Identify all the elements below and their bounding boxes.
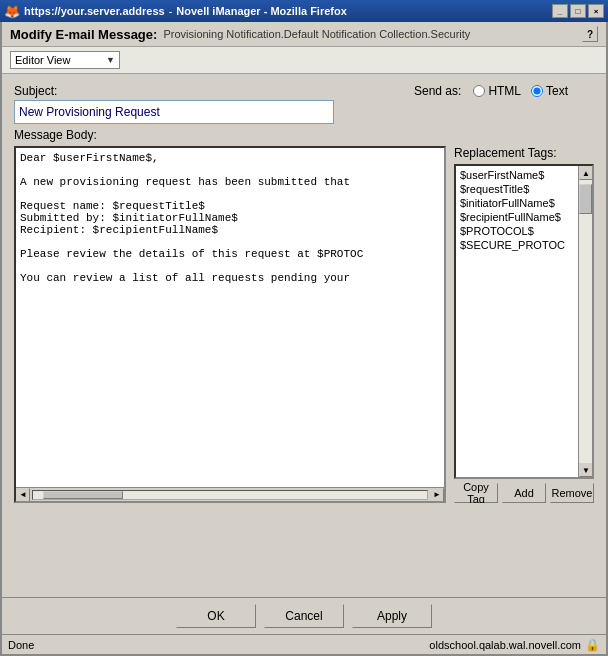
main-content: Modify E-mail Message: Provisioning Noti… [2, 22, 606, 654]
top-section: Subject: Send as: HTML [14, 84, 594, 124]
title-bar: 🦊 https://your.server.address - Novell i… [0, 0, 608, 22]
maximize-button[interactable]: □ [570, 4, 586, 18]
add-button[interactable]: Add [502, 483, 546, 503]
scroll-left-arrow[interactable]: ◄ [16, 488, 30, 502]
html-radio[interactable] [473, 85, 485, 97]
cancel-button[interactable]: Cancel [264, 604, 344, 628]
scroll-right-arrow[interactable]: ► [430, 488, 444, 502]
tags-list-inner: $userFirstName$$requestTitle$$initiatorF… [456, 166, 592, 477]
tag-list-item[interactable]: $PROTOCOL$ [458, 224, 590, 238]
replacement-tags-label: Replacement Tags: [454, 146, 594, 160]
message-body-wrapper: Dear $userFirstName$, A new provisioning… [14, 146, 446, 503]
send-as-label: Send as: [414, 84, 461, 98]
tags-scroll-down[interactable]: ▼ [579, 463, 593, 477]
title-separator: - [169, 5, 173, 17]
header-info: Modify E-mail Message: Provisioning Noti… [10, 27, 470, 42]
tag-list-item[interactable]: $requestTitle$ [458, 182, 590, 196]
message-body-textarea[interactable]: Dear $userFirstName$, A new provisioning… [16, 148, 444, 487]
subject-section: Subject: [14, 84, 406, 124]
horizontal-scrollbar[interactable]: ◄ ► [16, 487, 444, 501]
remove-button[interactable]: Remove [550, 483, 594, 503]
subject-input[interactable] [14, 100, 334, 124]
toolbar-area: Editor View ▼ [2, 47, 606, 74]
tag-list-item[interactable]: $SECURE_PROTOC [458, 238, 590, 252]
status-url: oldschool.qalab.wal.novell.com [429, 639, 581, 651]
help-button[interactable]: ? [582, 26, 598, 42]
tag-list-item[interactable]: $initiatorFullName$ [458, 196, 590, 210]
subject-label: Subject: [14, 84, 406, 98]
firefox-icon: 🦊 [4, 4, 20, 19]
send-as-section: Send as: HTML Text [414, 84, 594, 98]
copy-tag-button[interactable]: Copy Tag [454, 483, 498, 503]
html-radio-item: HTML [473, 84, 521, 98]
title-bar-text: https://your.server.address [24, 5, 165, 17]
tag-list-item[interactable]: $userFirstName$ [458, 168, 590, 182]
header-strip: Modify E-mail Message: Provisioning Noti… [2, 22, 606, 47]
text-label: Text [546, 84, 568, 98]
empty-area [14, 507, 594, 587]
tags-scrollbar: ▲ ▼ [578, 166, 592, 477]
window-content: Modify E-mail Message: Provisioning Noti… [0, 22, 608, 656]
title-bar-app: Novell iManager - Mozilla Firefox [176, 5, 347, 17]
minimize-button[interactable]: _ [552, 4, 568, 18]
scroll-h-track [32, 490, 428, 500]
editor-view-select[interactable]: Editor View ▼ [10, 51, 120, 69]
body-and-tags: Dear $userFirstName$, A new provisioning… [14, 146, 594, 503]
tags-scroll-thumb[interactable] [579, 184, 592, 214]
select-arrow: ▼ [106, 55, 115, 65]
tags-section: Replacement Tags: $userFirstName$$reques… [454, 146, 594, 503]
lock-icon: 🔒 [585, 638, 600, 652]
tags-list: $userFirstName$$requestTitle$$initiatorF… [456, 166, 592, 477]
window-controls: _ □ × [552, 4, 604, 18]
tags-scroll-up[interactable]: ▲ [579, 166, 593, 180]
body-section: Message Body: Dear $userFirstName$, A ne… [14, 128, 594, 503]
ok-button[interactable]: OK [176, 604, 256, 628]
modify-label: Modify E-mail Message: [10, 27, 157, 42]
apply-button[interactable]: Apply [352, 604, 432, 628]
tags-scroll-track [579, 180, 592, 463]
text-radio-item: Text [531, 84, 568, 98]
text-radio[interactable] [531, 85, 543, 97]
html-label: HTML [488, 84, 521, 98]
editor-view-label: Editor View [15, 54, 70, 66]
breadcrumb: Provisioning Notification.Default Notifi… [163, 28, 470, 40]
tags-list-wrapper: $userFirstName$$requestTitle$$initiatorF… [454, 164, 594, 479]
tags-buttons: Copy Tag Add Remove [454, 483, 594, 503]
close-button[interactable]: × [588, 4, 604, 18]
status-right: oldschool.qalab.wal.novell.com 🔒 [429, 638, 600, 652]
body-label: Message Body: [14, 128, 594, 142]
status-text: Done [8, 639, 34, 651]
form-area: Subject: Send as: HTML [2, 74, 606, 597]
status-bar: Done oldschool.qalab.wal.novell.com 🔒 [2, 634, 606, 654]
radio-group: HTML Text [473, 84, 568, 98]
tag-list-item[interactable]: $recipientFullName$ [458, 210, 590, 224]
title-bar-left: 🦊 https://your.server.address - Novell i… [4, 4, 347, 19]
button-bar: OK Cancel Apply [2, 597, 606, 634]
scroll-h-thumb[interactable] [43, 491, 123, 499]
